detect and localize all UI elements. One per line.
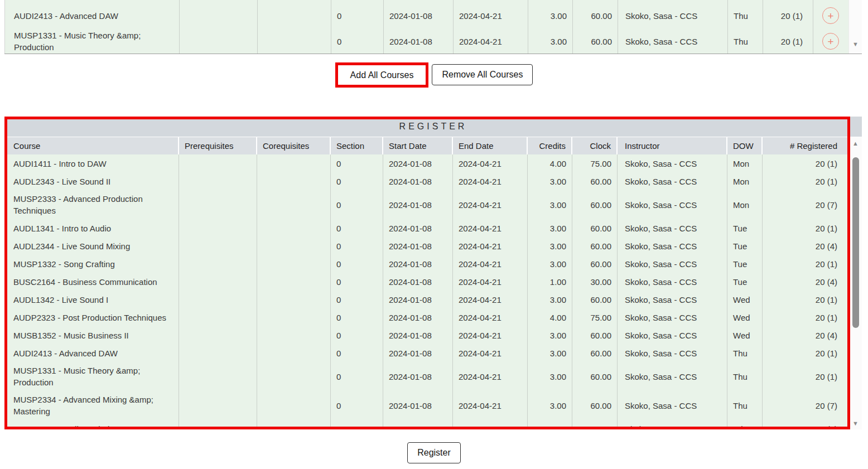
- clock-cell: 60.00: [573, 27, 618, 54]
- scroll-down-icon[interactable]: ▼: [849, 419, 862, 427]
- instructor-cell: [618, 0, 728, 4]
- start-date-cell: 2024-01-08: [383, 255, 453, 273]
- table-row: AUDP2323 - Post Production Techniques 0 …: [4, 308, 848, 326]
- corequisites-cell: [257, 362, 331, 391]
- instructor-cell: Skoko, Sasa - CCS: [618, 308, 727, 326]
- registered-cell: 20 (1): [763, 154, 847, 172]
- end-date-cell: 2024-04-21: [453, 172, 528, 190]
- start-date-cell: 2024-01-08: [383, 362, 453, 391]
- registered-cell: 20 (7): [763, 391, 847, 420]
- course-cell: AUDI1412 - Studio Techniques: [4, 420, 179, 429]
- instructor-cell: Skoko, Sasa - CCS: [618, 237, 727, 255]
- section-cell: 0: [331, 4, 384, 27]
- section-cell: 0: [331, 291, 383, 308]
- dow-cell: Tue: [727, 219, 763, 237]
- prerequisites-cell: [180, 4, 258, 27]
- section-cell: 0: [331, 255, 383, 273]
- credits-cell: 3.00: [528, 344, 572, 362]
- register-actions: Register: [0, 441, 868, 463]
- end-date-cell: 2024-04-21: [454, 4, 528, 27]
- register-table-body: AUDI1411 - Intro to DAW 0 2024-01-08 202…: [4, 154, 848, 429]
- add-course-icon[interactable]: +: [822, 33, 839, 50]
- section-cell: 0: [331, 362, 383, 391]
- register-button[interactable]: Register: [407, 442, 461, 463]
- start-date-cell: 2024-01-08: [384, 4, 454, 27]
- catalog-vertical-scrollbar[interactable]: ▼: [848, 0, 862, 54]
- section-cell: 0: [331, 172, 383, 190]
- start-date-cell: 2024-01-08: [383, 291, 453, 308]
- clock-cell: 60.00: [572, 237, 618, 255]
- instructor-cell: Skoko, Sasa - CCS: [618, 219, 727, 237]
- section-cell: 0: [331, 326, 383, 344]
- remove-all-courses-button[interactable]: Remove All Courses: [432, 64, 533, 85]
- clock-cell: 60.00: [572, 172, 618, 190]
- table-row: AUDI1412 - Studio Techniques 0 2024-01-0…: [4, 420, 848, 429]
- scroll-up-icon[interactable]: ▲: [849, 139, 862, 147]
- dow-cell: Mon: [727, 172, 763, 190]
- section-cell: 0: [331, 273, 383, 291]
- course-cell: MUSP2333 - Advanced Production Technique…: [4, 190, 179, 219]
- table-row: MUSP2334 - Advanced Mixing &amp; Masteri…: [4, 391, 848, 420]
- credits-cell: 3.00: [528, 362, 572, 391]
- credits-cell: 3.00: [528, 4, 573, 27]
- course-cell: MUSP1331 - Music Theory &amp; Production: [4, 362, 179, 391]
- start-date-cell: [384, 0, 454, 4]
- credits-cell: 3.00: [528, 219, 572, 237]
- prerequisites-cell: [179, 308, 257, 326]
- course-cell: AUDI1411 - Intro to DAW: [4, 154, 179, 172]
- start-date-cell: 2024-01-08: [383, 154, 453, 172]
- credits-cell: 3.00: [528, 326, 572, 344]
- register-table-header: Course Prerequisites Corequisites Sectio…: [4, 137, 848, 154]
- end-date-cell: 2024-04-21: [453, 219, 528, 237]
- start-date-cell: 2024-01-08: [383, 308, 453, 326]
- add-all-courses-button[interactable]: Add All Courses: [335, 62, 429, 88]
- column-header-dow: DOW: [727, 137, 763, 154]
- credits-cell: 3.00: [528, 237, 572, 255]
- corequisites-cell: [257, 291, 331, 308]
- column-header-corequisites: Corequisites: [257, 137, 331, 154]
- dow-cell: Thu: [727, 344, 763, 362]
- course-cell: AUDL1341 - Intro to Audio: [4, 219, 179, 237]
- course-cell: MUSP1331 - Music Theory &amp; Production: [5, 27, 180, 54]
- instructor-cell: Skoko, Sasa - CCS: [618, 273, 727, 291]
- start-date-cell: 2024-01-08: [383, 190, 453, 219]
- start-date-cell: 2024-01-08: [383, 344, 453, 362]
- instructor-cell: Skoko, Sasa - CCS: [618, 291, 727, 308]
- end-date-cell: 2024-04-21: [453, 255, 528, 273]
- prerequisites-cell: [179, 273, 257, 291]
- registered-cell: 20 (1): [763, 362, 847, 391]
- registered-cell: 20 (1): [763, 27, 813, 54]
- corequisites-cell: [257, 273, 331, 291]
- dow-cell: Thu: [728, 27, 763, 54]
- registered-cell: 20 (4): [763, 326, 847, 344]
- end-date-cell: 2024-04-21: [454, 27, 528, 54]
- add-course-icon[interactable]: +: [822, 7, 839, 24]
- course-cell: MUSB1352 - Music Business II: [4, 326, 179, 344]
- corequisites-cell: [257, 391, 331, 420]
- section-cell: 0: [331, 154, 383, 172]
- start-date-cell: 2024-01-08: [383, 237, 453, 255]
- corequisites-cell: [257, 190, 331, 219]
- dow-cell: Tue: [727, 273, 763, 291]
- table-row: AUDI2413 - Advanced DAW 0 2024-01-08 202…: [4, 344, 848, 362]
- scroll-down-icon[interactable]: ▼: [849, 40, 862, 48]
- registered-cell: [763, 0, 813, 4]
- start-date-cell: 2024-01-08: [383, 219, 453, 237]
- corequisites-cell: [257, 255, 331, 273]
- table-row: AUDL1341 - Intro to Audio 0 2024-01-08 2…: [4, 219, 848, 237]
- table-row: MUSP2333 - Advanced Production Technique…: [4, 190, 848, 219]
- scrollbar-thumb[interactable]: [852, 157, 859, 328]
- corequisites-cell: [257, 154, 331, 172]
- column-header-course: Course: [4, 137, 179, 154]
- registered-cell: 20 (4): [763, 237, 847, 255]
- end-date-cell: 2024-04-21: [453, 391, 528, 420]
- register-vertical-scrollbar[interactable]: ▲ ▼: [848, 137, 862, 429]
- section-cell: 0: [331, 420, 383, 429]
- table-row: AUDL2344 - Live Sound Mixing 0 2024-01-0…: [4, 237, 848, 255]
- course-cell: AUDL2344 - Live Sound Mixing: [4, 237, 179, 255]
- table-row: MUSP1332 - Song Crafting 0 2024-01-08 20…: [4, 255, 848, 273]
- prerequisites-cell: [179, 154, 257, 172]
- registered-cell: 20 (1): [763, 291, 847, 308]
- end-date-cell: 2024-04-21: [453, 154, 528, 172]
- dow-cell: Tue: [727, 237, 763, 255]
